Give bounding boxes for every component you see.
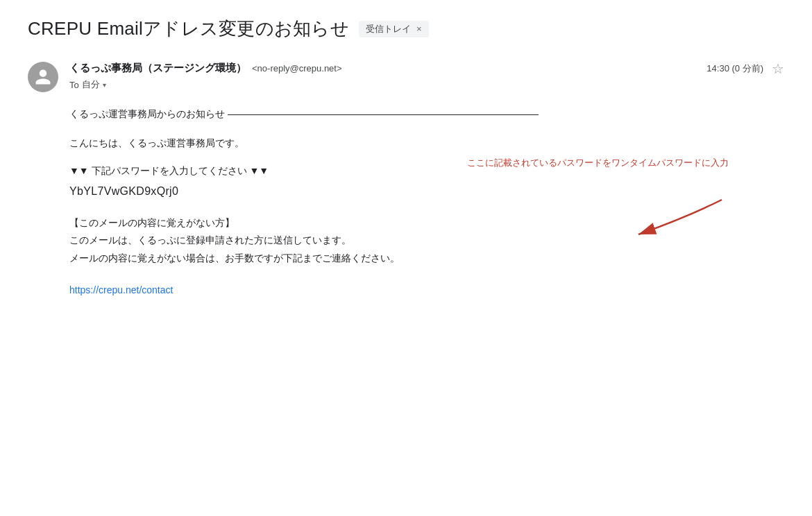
password-section: ここに記載されているパスワードをワンタイムパスワードに入力 ▼▼ 下記パスワード…	[69, 163, 784, 201]
sender-avatar	[28, 62, 58, 92]
sender-info: くるっぷ事務局（ステージング環境） <no-reply@crepu.net> 1…	[69, 60, 784, 91]
email-body: くるっぷ運営事務局からのお知らせ ———————————————————————…	[69, 106, 784, 299]
divider-line: くるっぷ運営事務局からのお知らせ ———————————————————————…	[69, 106, 784, 123]
header-right: 14:30 (0 分前) ☆	[693, 60, 784, 77]
to-row: To 自分 ▾	[69, 78, 784, 91]
inbox-badge-label: 受信トレイ	[366, 23, 411, 35]
email-title-row: CREPU Emailアドレス変更のお知らせ 受信トレイ ×	[28, 17, 784, 41]
no-memory-line2: メールの内容に覚えがない場合は、お手数ですが下記までご連絡ください。	[69, 250, 784, 267]
annotation-text: ここに記載されているパスワードをワンタイムパスワードに入力	[467, 156, 729, 170]
avatar-icon	[34, 68, 52, 86]
email-header: くるっぷ事務局（ステージング環境） <no-reply@crepu.net> 1…	[28, 60, 784, 92]
email-time: 14:30 (0 分前)	[693, 62, 763, 75]
dropdown-arrow-icon[interactable]: ▾	[103, 81, 106, 89]
contact-link[interactable]: https://crepu.net/contact	[69, 282, 173, 299]
email-subject-title: CREPU Emailアドレス変更のお知らせ	[28, 17, 349, 41]
annotation-container: ここに記載されているパスワードをワンタイムパスワードに入力	[467, 156, 729, 173]
sender-email: <no-reply@crepu.net>	[252, 63, 342, 74]
email-container: CREPU Emailアドレス変更のお知らせ 受信トレイ × くるっぷ事務局（ス…	[0, 0, 812, 516]
greeting: こんにちは、くるっぷ運営事務局です。	[69, 135, 784, 152]
sender-name: くるっぷ事務局（ステージング環境）	[69, 62, 246, 75]
to-self: 自分	[82, 78, 100, 91]
sender-name-row: くるっぷ事務局（ステージング環境） <no-reply@crepu.net> 1…	[69, 60, 784, 77]
inbox-badge-close[interactable]: ×	[416, 24, 422, 34]
inbox-badge: 受信トレイ ×	[359, 21, 429, 37]
to-label: To	[69, 80, 79, 90]
annotation-arrow	[618, 196, 743, 252]
star-icon[interactable]: ☆	[772, 60, 784, 77]
